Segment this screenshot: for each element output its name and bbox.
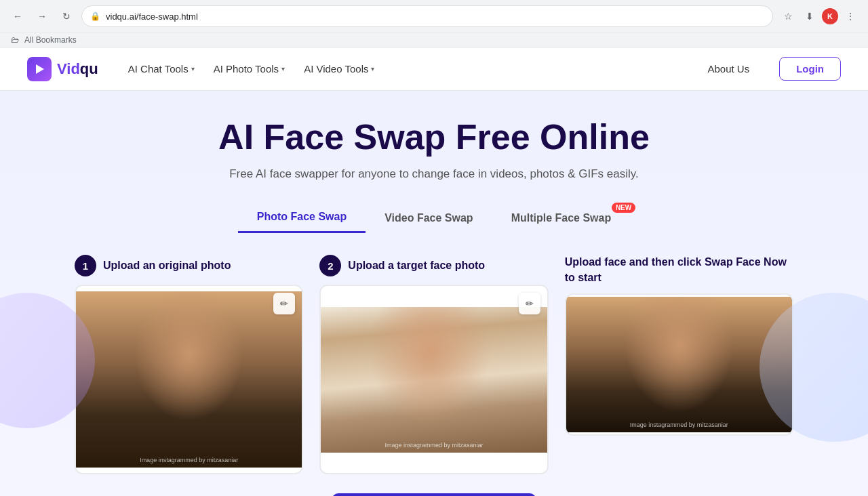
page-wrapper: Vidqu AI Chat Tools ▾ AI Photo Tools ▾ A… <box>0 47 868 496</box>
address-bar[interactable]: 🔒 vidqu.ai/face-swap.html <box>81 5 773 27</box>
step1-text: Upload an original photo <box>103 260 231 272</box>
download-button[interactable]: ⬇ <box>800 7 819 26</box>
step2-number: 2 <box>319 255 341 276</box>
tab-photo-face-swap[interactable]: Photo Face Swap <box>238 203 366 233</box>
bookmark-button[interactable]: ☆ <box>778 7 797 26</box>
bookmarks-label: All Bookmarks <box>24 35 77 45</box>
logo-icon <box>27 57 52 81</box>
result-box: Image instagrammed by mitzasaniar <box>565 293 793 436</box>
person1-image <box>76 291 302 468</box>
reload-button[interactable]: ↻ <box>57 7 76 26</box>
chevron-down-icon: ▾ <box>281 65 285 73</box>
result-label: Upload face and then click Swap Face Now… <box>565 255 793 285</box>
security-icon: 🔒 <box>90 12 100 21</box>
menu-button[interactable]: ⋮ <box>841 7 860 26</box>
toolbar-actions: ☆ ⬇ K ⋮ <box>778 7 860 26</box>
step1-number: 1 <box>75 255 96 276</box>
back-button[interactable]: ← <box>8 7 27 26</box>
browser-toolbar: ← → ↻ 🔒 vidqu.ai/face-swap.html ☆ ⬇ K ⋮ <box>0 0 868 33</box>
edit-button-1[interactable]: ✏ <box>273 293 295 314</box>
tab-multiple-face-swap[interactable]: Multiple Face Swap NEW <box>492 204 631 232</box>
nav-item-ai-video[interactable]: AI Video Tools ▾ <box>296 58 382 80</box>
tabs-container: Photo Face Swap Video Face Swap Multiple… <box>14 203 854 233</box>
svg-marker-0 <box>36 64 44 74</box>
step2-text: Upload a target face photo <box>348 260 485 272</box>
step1-label: 1 Upload an original photo <box>75 255 303 276</box>
result-image <box>566 297 792 432</box>
upload-column-2: 2 Upload a target face photo ✏ Image ins… <box>319 255 548 474</box>
chevron-down-icon: ▾ <box>191 65 195 73</box>
watermark-2: Image instagrammed by mitzasaniar <box>384 442 483 449</box>
edit-button-2[interactable]: ✏ <box>519 293 540 314</box>
person2-image <box>321 307 547 453</box>
step2-label: 2 Upload a target face photo <box>319 255 548 276</box>
upload-box-1[interactable]: ✏ Image instagrammed by mitzasaniar <box>75 285 303 474</box>
browser-chrome: ← → ↻ 🔒 vidqu.ai/face-swap.html ☆ ⬇ K ⋮ … <box>0 0 868 47</box>
watermark-1: Image instagrammed by mitzasaniar <box>140 457 238 463</box>
logo-text: Vidqu <box>57 60 98 78</box>
url-text: vidqu.ai/face-swap.html <box>106 12 764 22</box>
upload-box-2[interactable]: ✏ Image instagrammed by mitzasaniar <box>319 285 548 474</box>
upload-column-1: 1 Upload an original photo ✏ Image insta… <box>75 255 303 474</box>
page-title: AI Face Swap Free Online <box>14 118 854 157</box>
main-nav: AI Chat Tools ▾ AI Photo Tools ▾ AI Vide… <box>120 58 757 80</box>
tab-video-face-swap[interactable]: Video Face Swap <box>366 204 492 232</box>
nav-item-ai-chat[interactable]: AI Chat Tools ▾ <box>120 58 203 80</box>
page-subtitle: Free AI face swapper for anyone to chang… <box>14 167 854 181</box>
login-button[interactable]: Login <box>779 57 841 81</box>
swap-btn-container: Swap Face Now <box>14 493 854 496</box>
new-badge: NEW <box>612 203 635 213</box>
user-avatar[interactable]: K <box>822 8 838 24</box>
swap-face-now-button[interactable]: Swap Face Now <box>332 493 537 496</box>
logo[interactable]: Vidqu <box>27 57 98 81</box>
bookmarks-bar: 🗁 All Bookmarks <box>0 33 868 47</box>
bookmarks-folder-icon: 🗁 <box>11 35 19 45</box>
upload-grid: 1 Upload an original photo ✏ Image insta… <box>61 255 807 474</box>
chevron-down-icon: ▾ <box>371 65 374 73</box>
forward-button[interactable]: → <box>33 7 52 26</box>
watermark-3: Image instagrammed by mitzasaniar <box>630 421 728 428</box>
main-content: AI Face Swap Free Online Free AI face sw… <box>0 91 868 496</box>
site-header: Vidqu AI Chat Tools ▾ AI Photo Tools ▾ A… <box>0 47 868 91</box>
result-column: Upload face and then click Swap Face Now… <box>565 255 793 436</box>
nav-item-about[interactable]: About Us <box>699 58 757 80</box>
nav-item-ai-photo[interactable]: AI Photo Tools ▾ <box>205 58 293 80</box>
